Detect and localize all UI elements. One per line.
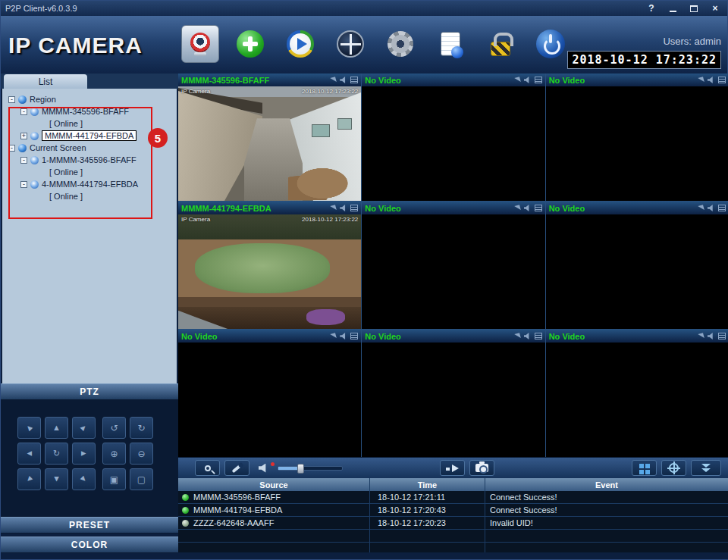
- pointer-icon[interactable]: [698, 77, 704, 83]
- video-feed[interactable]: IP Camera 2018-10-12 17:23:22: [178, 214, 361, 329]
- video-feed[interactable]: [546, 214, 728, 329]
- ptz-down-right-button[interactable]: ▲: [72, 468, 96, 490]
- collapse-panel-button[interactable]: [691, 460, 721, 476]
- panel-icon[interactable]: [350, 205, 358, 211]
- close-button[interactable]: ×: [708, 3, 723, 14]
- tree-node-device[interactable]: - 4-MMMM-441794-EFBDA: [2, 178, 177, 190]
- ptz-section-header[interactable]: PTZ: [1, 383, 178, 400]
- video-cell-5[interactable]: No Video: [362, 202, 544, 329]
- preset-section-header[interactable]: PRESET: [1, 517, 178, 533]
- speaker-icon[interactable]: [524, 205, 531, 211]
- panel-icon[interactable]: [718, 333, 726, 339]
- ptz-up-button[interactable]: ▲: [45, 417, 68, 439]
- ptz-right-button[interactable]: ▲: [72, 443, 96, 465]
- video-cell-1[interactable]: MMMM-345596-BFAFF IP Camera 2018-10-12 1…: [178, 74, 361, 201]
- ptz-left-button[interactable]: ▲: [17, 443, 41, 465]
- zoom-tool-button[interactable]: [195, 460, 220, 476]
- speaker-icon[interactable]: [340, 205, 347, 211]
- audio-icon[interactable]: [259, 464, 268, 473]
- video-cell-3[interactable]: No Video: [546, 74, 728, 201]
- speaker-icon[interactable]: [340, 333, 347, 339]
- speaker-icon[interactable]: [708, 77, 714, 83]
- power-button[interactable]: [532, 25, 570, 63]
- video-feed[interactable]: [362, 343, 544, 457]
- panel-icon[interactable]: [350, 77, 358, 83]
- ptz-down-button[interactable]: ▲: [45, 468, 68, 490]
- minimize-button[interactable]: [665, 3, 680, 14]
- fullscreen-button[interactable]: [661, 460, 686, 476]
- expand-toggle-icon[interactable]: -: [20, 157, 27, 164]
- iris-open-button[interactable]: ↺: [102, 417, 126, 439]
- video-cell-7[interactable]: No Video: [178, 330, 361, 457]
- panel-icon[interactable]: [350, 333, 358, 339]
- ptz-down-left-button[interactable]: ▲: [17, 468, 41, 490]
- settings-button[interactable]: [381, 25, 419, 63]
- panel-icon[interactable]: [535, 205, 542, 211]
- volume-handle[interactable]: [297, 464, 304, 474]
- expand-toggle-icon[interactable]: -: [8, 145, 15, 152]
- grid-layout-button[interactable]: [632, 460, 657, 476]
- help-button[interactable]: ?: [644, 3, 659, 14]
- pointer-icon[interactable]: [514, 333, 521, 339]
- expand-toggle-icon[interactable]: -: [20, 181, 27, 188]
- color-section-header[interactable]: COLOR: [1, 537, 178, 553]
- tree-node-device[interactable]: - MMMM-345596-BFAFF: [2, 105, 177, 117]
- add-device-button[interactable]: [231, 25, 269, 63]
- tab-list[interactable]: List: [4, 74, 87, 89]
- focus-far-button[interactable]: ▢: [130, 468, 153, 490]
- ptz-up-left-button[interactable]: ▲: [17, 417, 41, 439]
- video-feed[interactable]: [178, 343, 361, 457]
- panel-icon[interactable]: [535, 333, 542, 339]
- video-feed[interactable]: [362, 214, 544, 329]
- ptz-auto-pan-button[interactable]: ↻: [45, 443, 68, 465]
- stream-switch-button[interactable]: [440, 460, 465, 476]
- speaker-icon[interactable]: [524, 333, 531, 339]
- volume-slider[interactable]: [278, 466, 343, 471]
- video-cell-4[interactable]: MMMM-441794-EFBDA IP Camera 2018-10-12 1…: [178, 202, 361, 329]
- speaker-icon[interactable]: [708, 333, 714, 339]
- navigation-button[interactable]: [331, 25, 369, 63]
- video-cell-8[interactable]: No Video: [362, 330, 544, 457]
- log-button[interactable]: [431, 25, 469, 63]
- snapshot-button[interactable]: [469, 460, 494, 476]
- video-feed[interactable]: [546, 343, 728, 457]
- tree-node-region[interactable]: - Region: [2, 93, 177, 105]
- playback-button[interactable]: [281, 25, 319, 63]
- live-view-button[interactable]: [181, 25, 219, 63]
- column-header-time: Time: [370, 478, 485, 491]
- zoom-in-button[interactable]: ⊕: [102, 443, 126, 465]
- pointer-icon[interactable]: [698, 205, 704, 211]
- pointer-icon[interactable]: [514, 205, 521, 211]
- maximize-button[interactable]: [686, 3, 701, 14]
- expand-toggle-icon[interactable]: -: [8, 96, 15, 103]
- tree-node-status: [ Online ]: [2, 166, 177, 178]
- screen-group-icon: [18, 144, 27, 152]
- video-feed[interactable]: [362, 86, 544, 201]
- ptz-up-right-button[interactable]: ▲: [72, 417, 96, 439]
- video-feed[interactable]: IP Camera 2018-10-12 17:23:22: [178, 86, 361, 201]
- speaker-icon[interactable]: [340, 77, 347, 83]
- speaker-icon[interactable]: [708, 205, 714, 211]
- pointer-icon[interactable]: [514, 77, 521, 83]
- pointer-icon[interactable]: [331, 205, 337, 211]
- video-cell-2[interactable]: No Video: [362, 74, 544, 201]
- speaker-icon[interactable]: [524, 77, 531, 83]
- expand-toggle-icon[interactable]: -: [20, 108, 27, 115]
- tree-node-label-selected[interactable]: MMMM-441794-EFBDA: [42, 130, 136, 141]
- lock-button[interactable]: [482, 25, 519, 63]
- pointer-icon[interactable]: [331, 77, 337, 83]
- video-feed[interactable]: [546, 86, 728, 201]
- video-cell-6[interactable]: No Video: [546, 202, 728, 329]
- pointer-icon[interactable]: [698, 333, 704, 339]
- adjust-tool-button[interactable]: [224, 460, 249, 476]
- focus-near-button[interactable]: ▣: [102, 468, 126, 490]
- video-cell-9[interactable]: No Video: [546, 330, 728, 457]
- tree-node-device[interactable]: - 1-MMMM-345596-BFAFF: [2, 154, 177, 166]
- iris-close-button[interactable]: ↻: [130, 417, 153, 439]
- panel-icon[interactable]: [718, 205, 726, 211]
- panel-icon[interactable]: [535, 77, 542, 83]
- panel-icon[interactable]: [718, 77, 726, 83]
- expand-toggle-icon[interactable]: +: [20, 133, 27, 139]
- pointer-icon[interactable]: [331, 333, 337, 339]
- zoom-out-button[interactable]: ⊖: [130, 443, 153, 465]
